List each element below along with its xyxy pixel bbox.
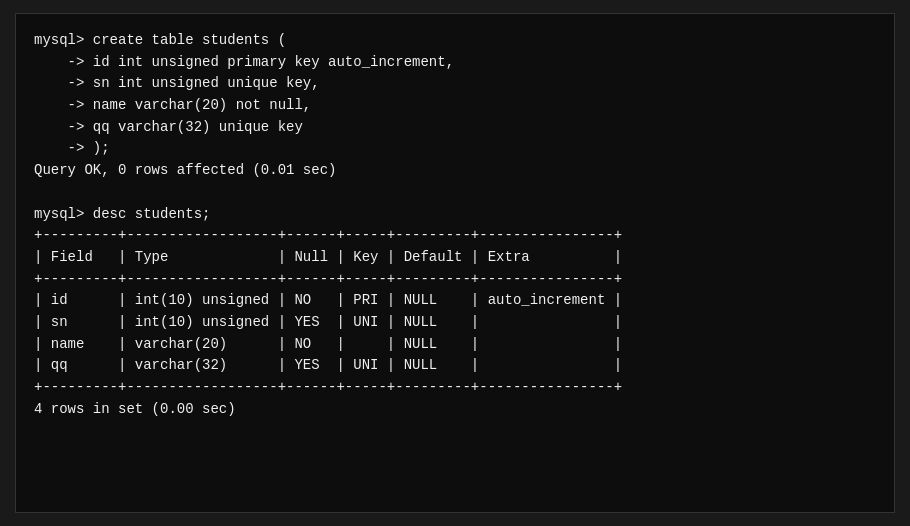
terminal-line-l8 bbox=[34, 182, 876, 204]
terminal-line-l18: 4 rows in set (0.00 sec) bbox=[34, 399, 876, 421]
terminal-line-l2: -> id int unsigned primary key auto_incr… bbox=[34, 52, 876, 74]
terminal-line-l1: mysql> create table students ( bbox=[34, 30, 876, 52]
terminal-line-l5: -> qq varchar(32) unique key bbox=[34, 117, 876, 139]
terminal-line-l14: | sn | int(10) unsigned | YES | UNI | NU… bbox=[34, 312, 876, 334]
terminal-line-l12: +---------+------------------+------+---… bbox=[34, 269, 876, 291]
terminal-line-l15: | name | varchar(20) | NO | | NULL | | bbox=[34, 334, 876, 356]
terminal-line-l9: mysql> desc students; bbox=[34, 204, 876, 226]
terminal-line-l10: +---------+------------------+------+---… bbox=[34, 225, 876, 247]
terminal-line-l7: Query OK, 0 rows affected (0.01 sec) bbox=[34, 160, 876, 182]
terminal-line-l16: | qq | varchar(32) | YES | UNI | NULL | … bbox=[34, 355, 876, 377]
terminal-window[interactable]: mysql> create table students ( -> id int… bbox=[15, 13, 895, 513]
terminal-line-l6: -> ); bbox=[34, 138, 876, 160]
terminal-output: mysql> create table students ( -> id int… bbox=[34, 30, 876, 420]
terminal-line-l13: | id | int(10) unsigned | NO | PRI | NUL… bbox=[34, 290, 876, 312]
terminal-line-l17: +---------+------------------+------+---… bbox=[34, 377, 876, 399]
terminal-line-l11: | Field | Type | Null | Key | Default | … bbox=[34, 247, 876, 269]
terminal-line-l3: -> sn int unsigned unique key, bbox=[34, 73, 876, 95]
terminal-line-l4: -> name varchar(20) not null, bbox=[34, 95, 876, 117]
